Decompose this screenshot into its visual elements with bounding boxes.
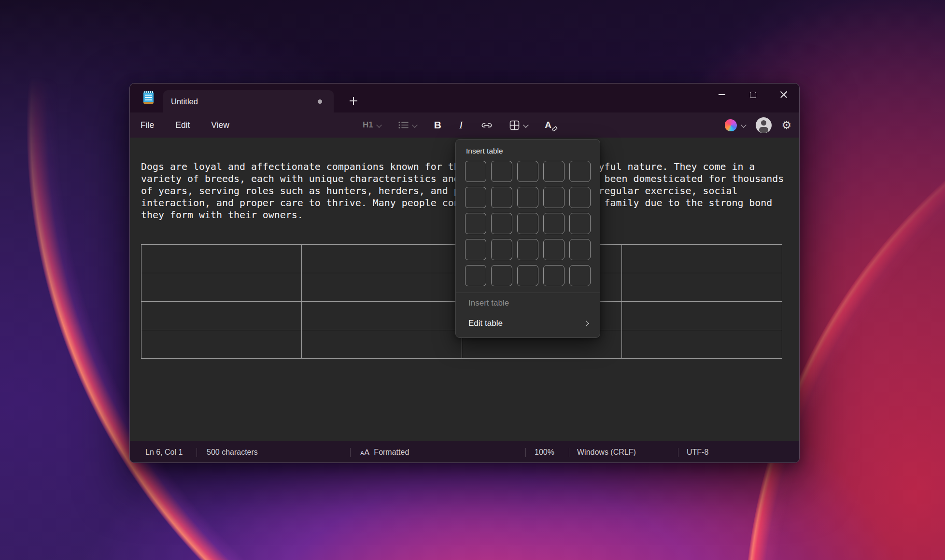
desktop: Untitled File Edit View H1 [0, 0, 945, 560]
table-size-cell[interactable] [569, 213, 591, 234]
table-size-cell[interactable] [543, 161, 564, 182]
table-size-cell[interactable] [491, 265, 512, 286]
character-count: 500 characters [207, 448, 350, 457]
formatting-tools: H1 B I [363, 119, 556, 131]
unsaved-indicator-icon [318, 99, 322, 104]
line-ending-indicator: Windows (CRLF) [577, 448, 678, 457]
tab-title: Untitled [171, 97, 198, 106]
formatted-label: Formatted [374, 448, 409, 457]
table-size-cell[interactable] [517, 161, 538, 182]
clear-formatting-button[interactable]: A [545, 120, 556, 130]
table-cell[interactable] [622, 302, 782, 330]
table-size-cell[interactable] [569, 265, 591, 286]
table-size-cell[interactable] [465, 161, 486, 182]
account-button[interactable] [756, 117, 772, 133]
table-size-cell[interactable] [543, 213, 564, 234]
italic-button[interactable]: I [458, 119, 464, 131]
chevron-down-icon [377, 123, 382, 128]
table-size-cell[interactable] [491, 187, 512, 208]
titlebar: Untitled [130, 84, 799, 112]
table-size-cell[interactable] [543, 239, 564, 260]
table-cell[interactable] [301, 302, 462, 330]
person-icon-body [759, 127, 768, 133]
statusbar-divider [350, 448, 351, 457]
zoom-level: 100% [535, 448, 569, 457]
window-controls [706, 84, 799, 106]
chevron-down-icon [523, 123, 528, 128]
insert-table-dropdown: Insert table Insert table Edit table [455, 139, 600, 338]
command-bar: File Edit View H1 B I [130, 112, 799, 138]
table-size-cell[interactable] [517, 239, 538, 260]
table-cell[interactable] [301, 330, 462, 359]
menu-item-label: Insert table [468, 298, 509, 308]
menu-file[interactable]: File [133, 117, 162, 133]
table-size-cell[interactable] [465, 265, 486, 286]
link-button[interactable] [480, 122, 493, 129]
table-icon [509, 120, 520, 130]
table-cell[interactable] [301, 245, 462, 273]
list-button[interactable] [398, 121, 418, 129]
table-cell[interactable] [622, 330, 782, 359]
table-size-cell[interactable] [517, 213, 538, 234]
table-cell[interactable] [622, 245, 782, 273]
settings-gear-icon[interactable]: ⚙ [781, 120, 791, 131]
close-button[interactable] [768, 84, 799, 106]
table-button[interactable] [509, 120, 528, 130]
table-cell[interactable] [622, 273, 782, 302]
copilot-icon [725, 119, 737, 131]
menu-view[interactable]: View [203, 117, 237, 133]
close-icon [780, 91, 788, 98]
minimize-button[interactable] [706, 84, 737, 106]
notepad-icon-spiral [143, 91, 154, 93]
table-size-cell[interactable] [569, 187, 591, 208]
encoding-indicator: UTF-8 [687, 448, 708, 457]
maximize-button[interactable] [737, 84, 768, 106]
heading-style-label: H1 [363, 120, 373, 130]
table-size-cell[interactable] [517, 265, 538, 286]
copilot-button[interactable] [725, 119, 746, 131]
table-size-cell[interactable] [491, 213, 512, 234]
table-cell[interactable] [141, 245, 302, 273]
table-size-cell[interactable] [517, 187, 538, 208]
statusbar-divider [197, 448, 197, 457]
table-cell[interactable] [141, 302, 302, 330]
notepad-icon-lines [145, 95, 152, 101]
table-size-cell[interactable] [569, 161, 591, 182]
menu-item-edit-table[interactable]: Edit table [456, 313, 600, 334]
clear-formatting-icon: A [545, 120, 556, 130]
tab-untitled[interactable]: Untitled [163, 90, 334, 112]
dropdown-title: Insert table [466, 147, 600, 155]
table-size-cell[interactable] [543, 265, 564, 286]
table-size-cell[interactable] [543, 187, 564, 208]
formatted-indicator: Formatted [360, 448, 525, 457]
statusbar-divider [569, 448, 569, 457]
new-tab-button[interactable] [346, 94, 361, 108]
bold-icon: B [434, 119, 441, 131]
cursor-position: Ln 6, Col 1 [145, 448, 197, 457]
table-cell[interactable] [301, 273, 462, 302]
table-size-cell[interactable] [491, 161, 512, 182]
table-size-grid [465, 161, 591, 286]
heading-style-button[interactable]: H1 [363, 120, 382, 130]
table-size-cell[interactable] [465, 239, 486, 260]
table-size-cell[interactable] [465, 187, 486, 208]
bold-button[interactable]: B [434, 119, 441, 131]
table-cell[interactable] [141, 273, 302, 302]
menu-edit[interactable]: Edit [168, 117, 197, 133]
statusbar-divider [525, 448, 526, 457]
titlebar-right-tools: ⚙ [725, 117, 791, 133]
chevron-down-icon [741, 123, 746, 128]
notepad-app-icon [143, 91, 154, 104]
notepad-icon-base [143, 102, 154, 104]
minimize-icon [719, 94, 725, 95]
link-icon [480, 122, 493, 129]
chevron-right-icon [584, 321, 589, 326]
person-icon [761, 120, 766, 126]
table-cell[interactable] [141, 330, 302, 359]
menu-item-insert-table: Insert table [456, 293, 600, 313]
menubar: File Edit View [133, 117, 237, 133]
table-size-cell[interactable] [465, 213, 486, 234]
table-size-cell[interactable] [569, 239, 591, 260]
status-bar: Ln 6, Col 1 500 characters Formatted 100… [130, 441, 799, 463]
table-size-cell[interactable] [491, 239, 512, 260]
